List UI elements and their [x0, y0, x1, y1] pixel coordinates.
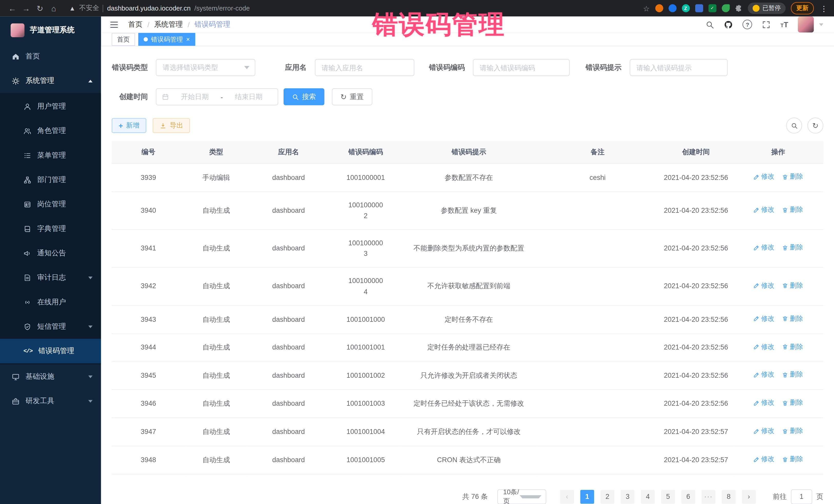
edit-link[interactable]: 修改 [753, 370, 774, 380]
sidebar-item-infrastructure[interactable]: 基础设施 [0, 365, 101, 389]
sidebar-item-menus[interactable]: 菜单管理 [0, 143, 101, 168]
delete-link[interactable]: 删除 [782, 398, 803, 408]
page-button[interactable]: 1 [580, 490, 594, 503]
sidebar-item-departments[interactable]: 部门管理 [0, 168, 101, 192]
add-button[interactable]: + 新增 [112, 118, 146, 133]
breadcrumb-home[interactable]: 首页 [128, 20, 143, 29]
date-separator: - [221, 93, 223, 101]
sidebar-item-posts[interactable]: 岗位管理 [0, 192, 101, 216]
error-code-input[interactable] [473, 59, 570, 76]
table-row: 3948自动生成dashboard1001001005CRON 表达式不正确20… [112, 446, 823, 474]
sidebar-item-system[interactable]: 系统管理 [0, 68, 101, 93]
font-size-icon[interactable]: TT [781, 20, 788, 29]
search-icon[interactable] [705, 20, 715, 29]
help-icon[interactable]: ? [743, 20, 752, 29]
avatar[interactable] [798, 17, 814, 32]
page-button[interactable]: 3 [621, 490, 635, 503]
page-button[interactable]: 6 [681, 490, 695, 503]
edit-link[interactable]: 修改 [753, 342, 774, 352]
jump-suffix-label: 页 [816, 492, 824, 501]
error-hint-input[interactable] [630, 59, 727, 76]
delete-link[interactable]: 删除 [782, 370, 803, 380]
delete-link[interactable]: 删除 [782, 281, 803, 291]
menu-fold-icon[interactable] [110, 20, 118, 29]
breadcrumb: 首页 / 系统管理 / 错误码管理 [128, 20, 231, 29]
delete-link[interactable]: 删除 [782, 342, 803, 352]
back-icon[interactable]: ← [5, 4, 19, 13]
avatar-dropdown-caret-icon[interactable] [819, 23, 824, 26]
toggle-search-button[interactable] [786, 117, 802, 133]
edit-link[interactable]: 修改 [753, 205, 774, 215]
extension-icon-teal[interactable]: Z [682, 4, 689, 12]
github-icon[interactable] [724, 20, 733, 29]
close-tab-icon[interactable]: × [186, 36, 190, 43]
sidebar-item-users[interactable]: 用户管理 [0, 94, 101, 118]
delete-link[interactable]: 删除 [782, 172, 803, 182]
address-bar[interactable]: ▲ 不安全 dashboard.yudao.iocoder.cn/system/… [69, 4, 250, 13]
broadcast-icon [23, 298, 31, 306]
cell-remark [536, 390, 659, 418]
edit-link[interactable]: 修改 [753, 454, 774, 464]
prev-page-button[interactable]: ‹ [560, 490, 574, 503]
sidebar-item-dictionary[interactable]: 字典管理 [0, 217, 101, 241]
page-size-select[interactable]: 10条/页 [497, 489, 546, 504]
delete-link[interactable]: 删除 [782, 243, 803, 253]
refresh-table-button[interactable]: ↻ [807, 117, 823, 133]
paused-badge[interactable]: 已暂停 [748, 3, 786, 14]
tab-home[interactable]: 首页 [112, 33, 135, 46]
app-name-input[interactable] [314, 59, 414, 76]
create-time-label: 创建时间 [112, 92, 148, 102]
jump-page-input[interactable] [791, 489, 812, 504]
page-button[interactable]: 2 [600, 490, 614, 503]
extension-icon-leaf[interactable] [722, 4, 729, 12]
sidebar-item-sms[interactable]: 短信管理 [0, 314, 101, 339]
page-button[interactable]: 8 [722, 490, 736, 503]
page-button[interactable]: 5 [661, 490, 675, 503]
extensions-puzzle-icon[interactable] [735, 5, 742, 12]
sidebar-item-notices[interactable]: 通知公告 [0, 241, 101, 265]
delete-link[interactable]: 删除 [782, 454, 803, 464]
fullscreen-icon[interactable] [762, 20, 771, 29]
table-row: 3946自动生成dashboard1001001003定时任务已经处于该状态，无… [112, 390, 823, 418]
extension-icon-grid[interactable] [695, 4, 703, 12]
delete-link[interactable]: 删除 [782, 426, 803, 436]
extension-icon-orange[interactable] [655, 4, 663, 12]
edit-link[interactable]: 修改 [753, 172, 774, 182]
update-button[interactable]: 更新 [791, 2, 814, 14]
total-count: 共 76 条 [462, 492, 488, 501]
sidebar-item-audit-log[interactable]: 审计日志 [0, 265, 101, 290]
page-more-button[interactable]: ··· [702, 490, 716, 503]
bookmark-star-icon[interactable]: ☆ [643, 4, 650, 13]
sidebar-item-error-code[interactable]: </> 错误码管理 [0, 339, 101, 363]
reset-button[interactable]: ↻ 重置 [332, 88, 372, 105]
search-button[interactable]: 搜索 [284, 88, 325, 105]
logo[interactable]: 芋道管理系统 [0, 17, 101, 44]
sidebar-item-roles[interactable]: 角色管理 [0, 118, 101, 143]
forward-icon[interactable]: → [19, 4, 33, 13]
edit-link[interactable]: 修改 [753, 426, 774, 436]
page-button[interactable]: 4 [641, 490, 655, 503]
extension-icon-blue[interactable] [668, 4, 676, 12]
error-type-select[interactable]: 请选择错误码类型 [156, 59, 255, 76]
reload-icon[interactable]: ↻ [33, 3, 47, 13]
breadcrumb-system[interactable]: 系统管理 [154, 20, 183, 29]
delete-link[interactable]: 删除 [782, 205, 803, 215]
home-icon[interactable]: ⌂ [47, 4, 61, 13]
delete-link[interactable]: 删除 [782, 313, 803, 324]
export-button[interactable]: 导出 [153, 118, 190, 133]
users-icon [23, 127, 31, 135]
sidebar-item-online-users[interactable]: 在线用户 [0, 290, 101, 314]
cell-create-time: 2021-04-20 23:52:56 [659, 267, 733, 305]
edit-link[interactable]: 修改 [753, 398, 774, 408]
extension-icon-green[interactable]: ✓ [708, 4, 716, 12]
edit-link[interactable]: 修改 [753, 281, 774, 291]
active-tab-dot [144, 37, 148, 42]
next-page-button[interactable]: › [742, 490, 756, 503]
chrome-menu-icon[interactable]: ⋮ [819, 4, 829, 13]
sidebar-item-dev-tools[interactable]: 研发工具 [0, 389, 101, 413]
edit-link[interactable]: 修改 [753, 313, 774, 324]
edit-link[interactable]: 修改 [753, 243, 774, 253]
sidebar-item-home[interactable]: 首页 [0, 44, 101, 68]
date-range-picker[interactable]: 开始日期 - 结束日期 [156, 88, 278, 105]
tab-error-code[interactable]: 错误码管理 × [138, 33, 195, 46]
